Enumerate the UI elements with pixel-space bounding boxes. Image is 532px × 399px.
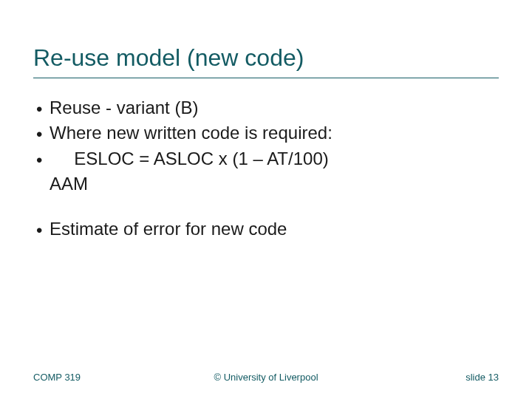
footer-slide-number: slide 13 — [466, 372, 499, 383]
bullet-dot-icon: • — [36, 121, 50, 146]
bullet-text: Estimate of error for new code — [50, 217, 499, 241]
bullet-item: • Estimate of error for new code — [33, 217, 499, 242]
footer-course-code: COMP 319 — [33, 372, 81, 383]
bullet-item: • Where new written code is required: — [33, 121, 499, 146]
formula-text: ESLOC = ASLOC x (1 – AT/100) — [50, 147, 499, 171]
bullet-group-2: • Estimate of error for new code — [33, 217, 499, 242]
formula-aam: AAM — [50, 174, 88, 194]
slide-body: • Reuse - variant (B) • Where new writte… — [33, 96, 499, 242]
slide-title: Re-use model (new code) — [33, 44, 499, 78]
bullet-group-1: • Reuse - variant (B) • Where new writte… — [33, 96, 499, 197]
slide: Re-use model (new code) • Reuse - varian… — [0, 0, 532, 399]
bullet-item: • Reuse - variant (B) — [33, 96, 499, 121]
slide-footer: © University of Liverpool COMP 319 slide… — [0, 372, 532, 383]
bullet-dot-icon: • — [36, 96, 50, 121]
formula-continuation: AAM — [33, 172, 499, 196]
bullet-text: Reuse - variant (B) — [50, 96, 499, 120]
bullet-dot-icon: • — [36, 217, 50, 242]
bullet-text: Where new written code is required: — [50, 121, 499, 145]
bullet-item-formula: • ESLOC = ASLOC x (1 – AT/100) — [33, 147, 499, 172]
bullet-dot-icon: • — [36, 147, 50, 172]
